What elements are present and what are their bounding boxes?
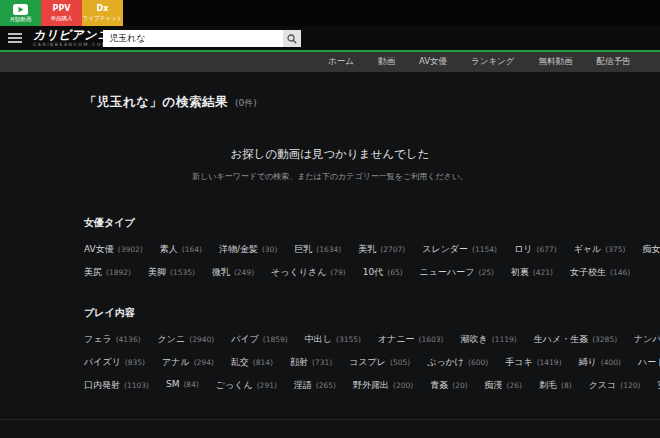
category-tag[interactable]: ナンパ(53) <box>634 333 660 346</box>
tag-label: 巨乳 <box>294 243 312 256</box>
nav-item[interactable]: AV女優 <box>419 56 447 68</box>
tag-count: (677) <box>536 245 556 254</box>
category-tag[interactable]: 初裏(421) <box>511 266 553 279</box>
nav-item[interactable]: 配信予告 <box>597 56 631 68</box>
category-tag[interactable]: 青姦(20) <box>430 379 467 392</box>
category-tag[interactable]: 女子校生(146) <box>570 266 630 279</box>
search-icon <box>287 34 297 44</box>
tag-label: 野外露出 <box>353 379 389 392</box>
tag-count: (79) <box>330 268 345 277</box>
category-tag[interactable]: 口内発射(1103) <box>84 379 149 392</box>
category-tag[interactable]: 痴漢(26) <box>485 379 522 392</box>
category-tag[interactable]: ロリ(677) <box>514 243 557 256</box>
tag-label: 美脚 <box>148 266 166 279</box>
category-tag[interactable]: フェラ(4136) <box>84 333 141 346</box>
category-tag[interactable]: コスプレ(505) <box>349 356 410 369</box>
tag-count: (2707) <box>380 245 405 254</box>
monthly-video-tab[interactable]: 月額動画 <box>0 0 41 26</box>
tag-label: 手コキ <box>505 356 532 369</box>
site-header: カリビアンコム CARIBBEANCOM.COM <box>0 26 660 52</box>
category-tag[interactable]: 縛り(400) <box>579 356 621 369</box>
play-icon <box>13 4 28 15</box>
nav-item[interactable]: 無料動画 <box>539 56 573 68</box>
tag-label: 淫語 <box>294 379 312 392</box>
tag-count: (1603) <box>419 335 444 344</box>
category-tag[interactable]: 微乳(249) <box>212 266 254 279</box>
tag-label: 10代 <box>363 266 383 279</box>
tag-row: 口内発射(1103)SM(84)ごっくん(291)淫語(265)野外露出(200… <box>84 379 660 392</box>
tag-count: (1535) <box>170 268 195 277</box>
category-tag[interactable]: 乱交(814) <box>231 356 273 369</box>
tag-count: (2940) <box>189 335 214 344</box>
tag-count: (835) <box>125 358 145 367</box>
category-tag[interactable]: スレンダー(1154) <box>422 243 497 256</box>
category-tag[interactable]: 美脚(1535) <box>148 266 195 279</box>
nav-item[interactable]: ホーム <box>328 56 354 68</box>
category-tag[interactable]: ギャル(375) <box>574 243 626 256</box>
category-tag[interactable]: 生ハメ・生姦(3285) <box>534 333 617 346</box>
tag-count: (375) <box>605 245 625 254</box>
category-tag[interactable]: パイズリ(835) <box>84 356 145 369</box>
tag-label: ギャル <box>574 243 602 256</box>
tag-count: (421) <box>533 268 553 277</box>
category-tag[interactable]: 潮吹き(1119) <box>461 333 517 346</box>
category-tag[interactable]: 中出し(3155) <box>305 333 361 346</box>
category-tag[interactable]: 洋物/金髪(30) <box>219 243 277 256</box>
main-nav: ホーム動画AV女優ランキング無料動画配信予告 <box>0 52 660 72</box>
ppv-tab[interactable]: PPV 単品購入 <box>41 0 82 26</box>
promo-topbar: 月額動画 PPV 単品購入 Dx ライブチャット <box>0 0 660 26</box>
nav-item[interactable]: 動画 <box>378 56 395 68</box>
tag-label: 痴漢 <box>485 379 503 392</box>
tag-label: 微乳 <box>212 266 230 279</box>
category-tag[interactable]: 美尻(1892) <box>84 266 131 279</box>
empty-message: お探しの動画は見つかりませんでした <box>0 147 660 162</box>
category-tag[interactable]: オナニー(1603) <box>378 333 444 346</box>
category-tag[interactable]: クスコ(120) <box>589 379 641 392</box>
search-input[interactable] <box>103 30 283 47</box>
category-tag[interactable]: 巨乳(1634) <box>294 243 341 256</box>
tag-count: (1859) <box>263 335 288 344</box>
tag-count: (164) <box>182 245 202 254</box>
category-tag[interactable]: 剃毛(8) <box>539 379 572 392</box>
search-results-page: 「児玉れな」の検索結果 (0件) お探しの動画は見つかりませんでした 新しいキー… <box>0 94 660 438</box>
category-tag[interactable]: 手コキ(1419) <box>505 356 561 369</box>
nav-item[interactable]: ランキング <box>471 56 515 68</box>
tag-count: (814) <box>253 358 273 367</box>
category-tag[interactable]: 淫語(265) <box>294 379 336 392</box>
category-tag[interactable]: ニューハーフ(25) <box>420 266 494 279</box>
tag-label: ぶっかけ <box>427 356 464 369</box>
category-tag[interactable]: 素人(164) <box>160 243 202 256</box>
tag-label: 美乳 <box>358 243 376 256</box>
category-tag[interactable]: 10代(65) <box>363 266 403 279</box>
category-tag[interactable]: バイブ(1859) <box>231 333 288 346</box>
tag-label: 中出し <box>305 333 332 346</box>
category-tag[interactable]: 顔射(731) <box>290 356 332 369</box>
tag-count: (400) <box>601 358 621 367</box>
tag-count: (1154) <box>472 245 497 254</box>
category-tag[interactable]: ハード系(175) <box>638 356 660 369</box>
category-tag[interactable]: クンニ(2940) <box>158 333 215 346</box>
category-tag[interactable]: AV女優(3902) <box>84 243 143 256</box>
category-tag[interactable]: アナル(294) <box>162 356 214 369</box>
ppv-logo: PPV <box>53 5 71 13</box>
tag-label: 口内発射 <box>84 379 120 392</box>
category-sections: 女優タイプAV女優(3902)素人(164)洋物/金髪(30)巨乳(1634)美… <box>84 216 660 392</box>
category-tag[interactable]: 痴女(834) <box>642 243 660 256</box>
category-tag[interactable]: ごっくん(291) <box>216 379 277 392</box>
category-tag[interactable]: SM(84) <box>166 379 199 392</box>
menu-icon[interactable] <box>8 33 22 43</box>
search-result-title: 「児玉れな」の検索結果 <box>84 94 228 111</box>
tag-label: そっくりさん <box>271 266 326 279</box>
search-button[interactable] <box>283 30 301 47</box>
category-tag[interactable]: 野外露出(200) <box>353 379 413 392</box>
tag-count: (4136) <box>116 335 141 344</box>
livechat-tab[interactable]: Dx ライブチャット <box>82 0 123 26</box>
tag-row: フェラ(4136)クンニ(2940)バイブ(1859)中出し(3155)オナニー… <box>84 333 660 346</box>
category-tag[interactable]: ぶっかけ(600) <box>427 356 488 369</box>
empty-hint: 新しいキーワードでの検索、または下のカテゴリー一覧をご利用ください。 <box>0 171 660 182</box>
category-tag[interactable]: 美乳(2707) <box>358 243 405 256</box>
tag-label: 剃毛 <box>539 379 557 392</box>
tag-count: (294) <box>194 358 214 367</box>
category-tag[interactable]: そっくりさん(79) <box>271 266 346 279</box>
tag-label: 縛り <box>579 356 597 369</box>
